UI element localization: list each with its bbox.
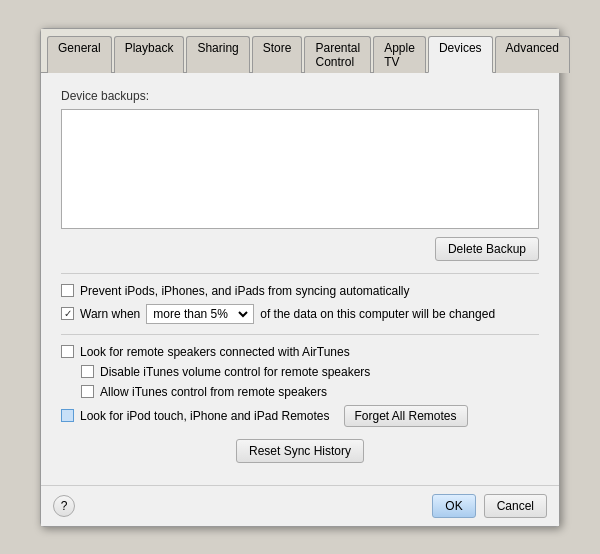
forget-all-remotes-button[interactable]: Forget All Remotes: [344, 405, 468, 427]
cancel-button[interactable]: Cancel: [484, 494, 547, 518]
allow-control-checkbox[interactable]: [81, 385, 94, 398]
warn-when-label-after: of the data on this computer will be cha…: [260, 307, 495, 321]
bottom-bar: ? OK Cancel: [41, 485, 559, 526]
airtunes-row: Look for remote speakers connected with …: [61, 345, 539, 359]
tab-playback[interactable]: Playback: [114, 36, 185, 73]
tab-store[interactable]: Store: [252, 36, 303, 73]
warn-when-dropdown[interactable]: more than 5% more than 10% more than 25%…: [146, 304, 254, 324]
warn-when-select[interactable]: more than 5% more than 10% more than 25%…: [149, 306, 251, 322]
bottom-right-buttons: OK Cancel: [432, 494, 547, 518]
reset-row: Reset Sync History: [61, 439, 539, 463]
look-ipod-row: Look for iPod touch, iPhone and iPad Rem…: [61, 405, 539, 427]
prevent-sync-checkbox[interactable]: [61, 284, 74, 297]
warn-when-row: Warn when more than 5% more than 10% mor…: [61, 304, 539, 324]
disable-volume-label: Disable iTunes volume control for remote…: [100, 365, 370, 379]
prevent-sync-label: Prevent iPods, iPhones, and iPads from s…: [80, 284, 410, 298]
tab-general[interactable]: General: [47, 36, 112, 73]
warn-when-checkbox[interactable]: [61, 307, 74, 320]
airtunes-label: Look for remote speakers connected with …: [80, 345, 350, 359]
tab-bar: General Playback Sharing Store Parental …: [41, 29, 559, 73]
reset-sync-button[interactable]: Reset Sync History: [236, 439, 364, 463]
device-backups-label: Device backups:: [61, 89, 539, 103]
tab-parental-control[interactable]: Parental Control: [304, 36, 371, 73]
help-button[interactable]: ?: [53, 495, 75, 517]
tab-sharing[interactable]: Sharing: [186, 36, 249, 73]
allow-control-row: Allow iTunes control from remote speaker…: [81, 385, 539, 399]
look-ipod-label: Look for iPod touch, iPhone and iPad Rem…: [80, 409, 330, 423]
warn-when-label-before: Warn when: [80, 307, 140, 321]
disable-volume-row: Disable iTunes volume control for remote…: [81, 365, 539, 379]
divider-2: [61, 334, 539, 335]
tab-devices[interactable]: Devices: [428, 36, 493, 73]
tab-advanced[interactable]: Advanced: [495, 36, 570, 73]
preferences-dialog: General Playback Sharing Store Parental …: [40, 28, 560, 527]
prevent-sync-row: Prevent iPods, iPhones, and iPads from s…: [61, 284, 539, 298]
tab-apple-tv[interactable]: Apple TV: [373, 36, 426, 73]
backup-list: [61, 109, 539, 229]
airtunes-checkbox[interactable]: [61, 345, 74, 358]
delete-backup-button[interactable]: Delete Backup: [435, 237, 539, 261]
disable-volume-checkbox[interactable]: [81, 365, 94, 378]
allow-control-label: Allow iTunes control from remote speaker…: [100, 385, 327, 399]
look-ipod-checkbox[interactable]: [61, 409, 74, 422]
devices-tab-content: Device backups: Delete Backup Prevent iP…: [41, 73, 559, 485]
divider-1: [61, 273, 539, 274]
ok-button[interactable]: OK: [432, 494, 475, 518]
